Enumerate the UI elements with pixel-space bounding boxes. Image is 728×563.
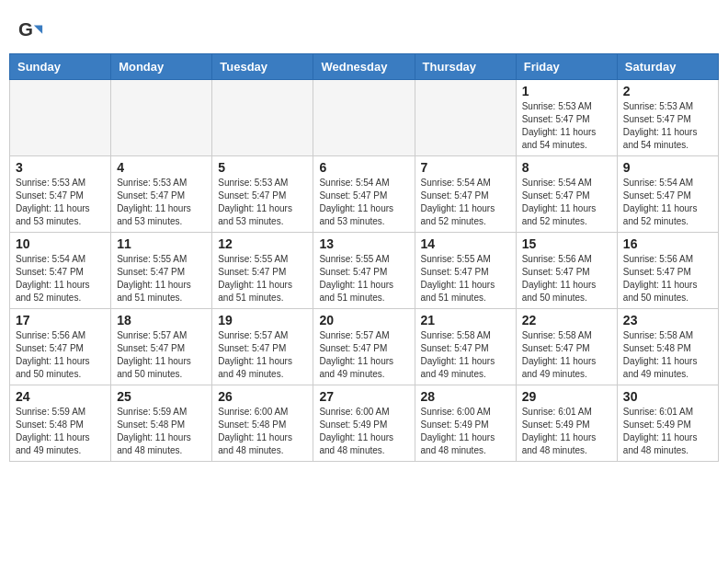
day-info: Sunrise: 5:58 AM Sunset: 5:47 PM Dayligh… [522, 329, 611, 381]
day-info: Sunrise: 6:00 AM Sunset: 5:48 PM Dayligh… [218, 406, 307, 457]
day-info: Sunrise: 5:53 AM Sunset: 5:47 PM Dayligh… [522, 100, 611, 152]
calendar-cell: 26 Sunrise: 6:00 AM Sunset: 5:48 PM Dayl… [212, 385, 313, 462]
weekday-header: Monday [111, 54, 212, 80]
day-number: 22 [522, 313, 611, 327]
day-number: 23 [623, 313, 712, 327]
calendar-cell [415, 80, 516, 156]
calendar-cell: 7 Sunrise: 5:54 AM Sunset: 5:47 PM Dayli… [415, 156, 516, 233]
calendar-cell: 15 Sunrise: 5:56 AM Sunset: 5:47 PM Dayl… [516, 233, 617, 309]
day-info: Sunrise: 5:54 AM Sunset: 5:47 PM Dayligh… [522, 177, 611, 228]
calendar-cell: 2 Sunrise: 5:53 AM Sunset: 5:47 PM Dayli… [617, 80, 718, 156]
day-info: Sunrise: 5:54 AM Sunset: 5:47 PM Dayligh… [16, 253, 105, 304]
day-info: Sunrise: 5:53 AM Sunset: 5:47 PM Dayligh… [218, 177, 307, 228]
day-number: 2 [623, 84, 712, 98]
day-number: 12 [218, 236, 307, 251]
calendar-cell: 16 Sunrise: 5:56 AM Sunset: 5:47 PM Dayl… [617, 233, 718, 309]
weekday-header-row: SundayMondayTuesdayWednesdayThursdayFrid… [10, 54, 719, 80]
day-info: Sunrise: 6:01 AM Sunset: 5:49 PM Dayligh… [623, 406, 712, 457]
day-info: Sunrise: 5:54 AM Sunset: 5:47 PM Dayligh… [623, 177, 712, 228]
calendar-cell: 27 Sunrise: 6:00 AM Sunset: 5:49 PM Dayl… [313, 385, 415, 462]
day-number: 14 [421, 236, 510, 251]
calendar-cell: 8 Sunrise: 5:54 AM Sunset: 5:47 PM Dayli… [516, 156, 617, 233]
calendar-cell: 30 Sunrise: 6:01 AM Sunset: 5:49 PM Dayl… [617, 385, 718, 462]
day-number: 1 [522, 84, 611, 98]
weekday-header: Thursday [415, 54, 516, 80]
day-number: 10 [16, 236, 105, 251]
calendar-cell: 19 Sunrise: 5:57 AM Sunset: 5:47 PM Dayl… [212, 309, 313, 385]
calendar-week-row: 24 Sunrise: 5:59 AM Sunset: 5:48 PM Dayl… [10, 385, 719, 462]
calendar-cell: 13 Sunrise: 5:55 AM Sunset: 5:47 PM Dayl… [313, 233, 415, 309]
day-number: 26 [218, 389, 307, 404]
day-number: 13 [319, 236, 408, 251]
calendar-cell: 25 Sunrise: 5:59 AM Sunset: 5:48 PM Dayl… [111, 385, 212, 462]
calendar-cell: 1 Sunrise: 5:53 AM Sunset: 5:47 PM Dayli… [516, 80, 617, 156]
day-info: Sunrise: 6:00 AM Sunset: 5:49 PM Dayligh… [319, 406, 408, 457]
day-number: 8 [522, 160, 611, 175]
calendar-cell [313, 80, 415, 156]
calendar-cell: 12 Sunrise: 5:55 AM Sunset: 5:47 PM Dayl… [212, 233, 313, 309]
day-info: Sunrise: 5:57 AM Sunset: 5:47 PM Dayligh… [319, 329, 408, 381]
day-info: Sunrise: 5:57 AM Sunset: 5:47 PM Dayligh… [218, 329, 307, 381]
day-info: Sunrise: 5:53 AM Sunset: 5:47 PM Dayligh… [623, 100, 712, 152]
day-info: Sunrise: 5:56 AM Sunset: 5:47 PM Dayligh… [522, 253, 611, 304]
calendar-cell: 22 Sunrise: 5:58 AM Sunset: 5:47 PM Dayl… [516, 309, 617, 385]
day-number: 18 [117, 313, 206, 327]
weekday-header: Saturday [617, 54, 718, 80]
weekday-header: Friday [516, 54, 617, 80]
day-number: 11 [117, 236, 206, 251]
day-info: Sunrise: 5:55 AM Sunset: 5:47 PM Dayligh… [421, 253, 510, 304]
day-info: Sunrise: 5:55 AM Sunset: 5:47 PM Dayligh… [117, 253, 206, 304]
day-info: Sunrise: 5:56 AM Sunset: 5:47 PM Dayligh… [623, 253, 712, 304]
calendar-week-row: 17 Sunrise: 5:56 AM Sunset: 5:47 PM Dayl… [10, 309, 719, 385]
calendar-cell [10, 80, 111, 156]
day-info: Sunrise: 5:58 AM Sunset: 5:48 PM Dayligh… [623, 329, 712, 381]
day-number: 7 [421, 160, 510, 175]
calendar-week-row: 1 Sunrise: 5:53 AM Sunset: 5:47 PM Dayli… [10, 80, 719, 156]
calendar-cell: 18 Sunrise: 5:57 AM Sunset: 5:47 PM Dayl… [111, 309, 212, 385]
logo-icon: G [18, 18, 44, 44]
calendar-table: SundayMondayTuesdayWednesdayThursdayFrid… [9, 53, 719, 462]
day-info: Sunrise: 5:56 AM Sunset: 5:47 PM Dayligh… [16, 329, 105, 381]
svg-marker-1 [34, 25, 42, 33]
day-info: Sunrise: 5:54 AM Sunset: 5:47 PM Dayligh… [421, 177, 510, 228]
day-number: 30 [623, 389, 712, 404]
calendar-cell: 10 Sunrise: 5:54 AM Sunset: 5:47 PM Dayl… [10, 233, 111, 309]
page-header: G [9, 9, 719, 49]
day-number: 4 [117, 160, 206, 175]
calendar-cell: 23 Sunrise: 5:58 AM Sunset: 5:48 PM Dayl… [617, 309, 718, 385]
day-number: 24 [16, 389, 105, 404]
calendar-cell: 6 Sunrise: 5:54 AM Sunset: 5:47 PM Dayli… [313, 156, 415, 233]
day-number: 6 [319, 160, 408, 175]
day-number: 29 [522, 389, 611, 404]
day-number: 19 [218, 313, 307, 327]
calendar-cell: 17 Sunrise: 5:56 AM Sunset: 5:47 PM Dayl… [10, 309, 111, 385]
calendar-cell: 5 Sunrise: 5:53 AM Sunset: 5:47 PM Dayli… [212, 156, 313, 233]
day-number: 28 [421, 389, 510, 404]
calendar-cell: 24 Sunrise: 5:59 AM Sunset: 5:48 PM Dayl… [10, 385, 111, 462]
day-number: 27 [319, 389, 408, 404]
day-info: Sunrise: 6:00 AM Sunset: 5:49 PM Dayligh… [421, 406, 510, 457]
calendar-cell: 20 Sunrise: 5:57 AM Sunset: 5:47 PM Dayl… [313, 309, 415, 385]
day-info: Sunrise: 5:53 AM Sunset: 5:47 PM Dayligh… [117, 177, 206, 228]
day-number: 9 [623, 160, 712, 175]
logo: G [18, 18, 48, 44]
day-info: Sunrise: 5:59 AM Sunset: 5:48 PM Dayligh… [16, 406, 105, 457]
calendar-cell: 28 Sunrise: 6:00 AM Sunset: 5:49 PM Dayl… [415, 385, 516, 462]
day-number: 20 [319, 313, 408, 327]
day-info: Sunrise: 5:57 AM Sunset: 5:47 PM Dayligh… [117, 329, 206, 381]
day-number: 16 [623, 236, 712, 251]
calendar-cell: 3 Sunrise: 5:53 AM Sunset: 5:47 PM Dayli… [10, 156, 111, 233]
day-number: 17 [16, 313, 105, 327]
calendar-cell: 11 Sunrise: 5:55 AM Sunset: 5:47 PM Dayl… [111, 233, 212, 309]
weekday-header: Wednesday [313, 54, 415, 80]
day-number: 15 [522, 236, 611, 251]
calendar-week-row: 10 Sunrise: 5:54 AM Sunset: 5:47 PM Dayl… [10, 233, 719, 309]
calendar-cell: 4 Sunrise: 5:53 AM Sunset: 5:47 PM Dayli… [111, 156, 212, 233]
calendar-cell [212, 80, 313, 156]
day-info: Sunrise: 6:01 AM Sunset: 5:49 PM Dayligh… [522, 406, 611, 457]
day-info: Sunrise: 5:53 AM Sunset: 5:47 PM Dayligh… [16, 177, 105, 228]
day-number: 21 [421, 313, 510, 327]
day-number: 5 [218, 160, 307, 175]
calendar-cell: 14 Sunrise: 5:55 AM Sunset: 5:47 PM Dayl… [415, 233, 516, 309]
calendar-cell [111, 80, 212, 156]
